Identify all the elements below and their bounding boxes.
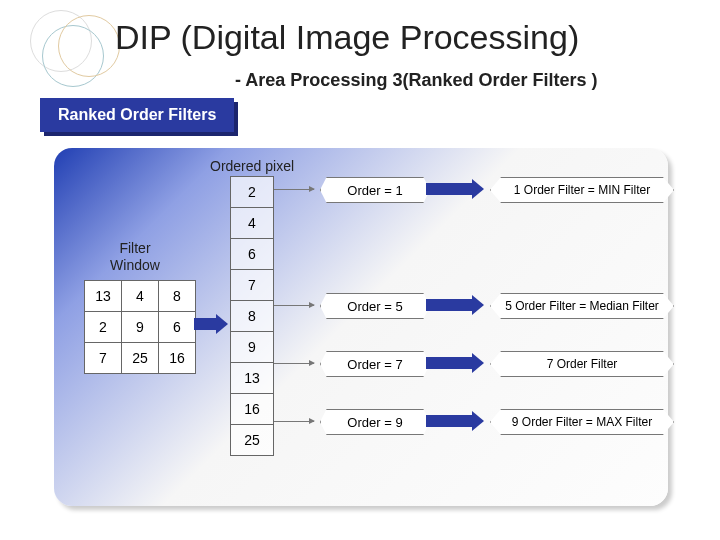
order-box: Order = 1 [320,177,430,203]
filter-box: 9 Order Filter = MAX Filter [490,409,674,435]
filter-box: 1 Order Filter = MIN Filter [490,177,674,203]
arrow-icon [426,299,474,311]
arrow-icon [426,357,474,369]
ordered-column: 2 4 6 7 8 9 13 16 25 [230,176,274,456]
ordered-cell: 4 [231,208,274,239]
order-box: Order = 7 [320,351,430,377]
filter-box: 5 Order Filter = Median Filter [490,293,674,319]
circle-decoration [58,15,120,77]
ordered-cell: 25 [231,425,274,456]
grid-cell: 9 [122,312,159,343]
arrow-icon [274,189,314,190]
grid-cell: 7 [85,343,122,374]
grid-cell: 6 [159,312,196,343]
page-subtitle: - Area Processing 3(Ranked Order Filters… [235,70,597,91]
grid-cell: 25 [122,343,159,374]
ordered-cell: 13 [231,363,274,394]
grid-cell: 16 [159,343,196,374]
grid-cell: 2 [85,312,122,343]
arrow-icon [274,305,314,306]
ordered-cell: 8 [231,301,274,332]
filter-window-grid: 13 4 8 2 9 6 7 25 16 [84,280,196,374]
page-title: DIP (Digital Image Processing) [115,18,579,57]
label-filter-window: Filter Window [105,240,165,274]
grid-cell: 13 [85,281,122,312]
arrow-icon [426,415,474,427]
grid-cell: 8 [159,281,196,312]
ordered-cell: 9 [231,332,274,363]
arrow-icon [274,421,314,422]
ordered-cell: 6 [231,239,274,270]
label-ordered-pixel: Ordered pixel [210,158,294,174]
arrow-icon [194,318,218,330]
section-badge: Ranked Order Filters [40,98,234,132]
ordered-cell: 16 [231,394,274,425]
order-box: Order = 5 [320,293,430,319]
order-box: Order = 9 [320,409,430,435]
filter-box: 7 Order Filter [490,351,674,377]
arrow-icon [426,183,474,195]
arrow-icon [274,363,314,364]
ordered-cell: 2 [231,177,274,208]
grid-cell: 4 [122,281,159,312]
ordered-cell: 7 [231,270,274,301]
